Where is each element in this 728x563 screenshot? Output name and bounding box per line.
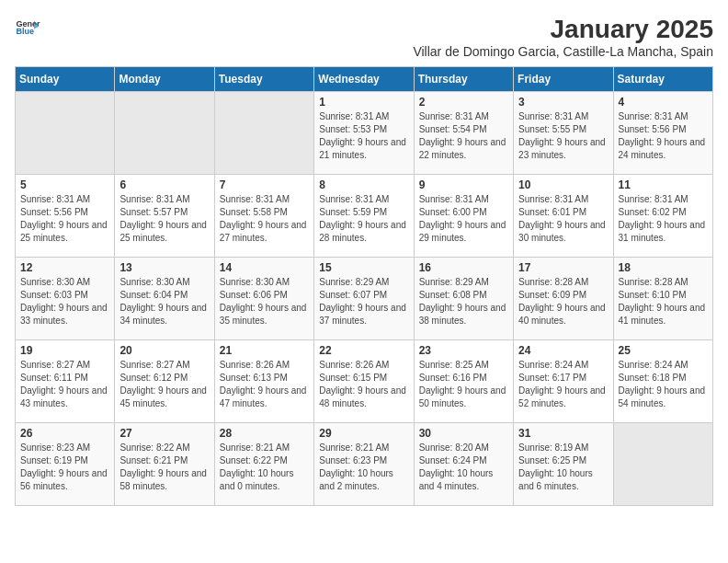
cell-info: Sunrise: 8:23 AMSunset: 6:19 PMDaylight:… xyxy=(20,442,109,493)
cell-info: Sunrise: 8:30 AMSunset: 6:03 PMDaylight:… xyxy=(20,276,109,327)
day-number: 8 xyxy=(319,178,408,191)
calendar-cell: 15Sunrise: 8:29 AMSunset: 6:07 PMDayligh… xyxy=(314,258,414,340)
title-block: January 2025 Villar de Domingo Garcia, C… xyxy=(413,15,713,59)
location-subtitle: Villar de Domingo Garcia, Castille-La Ma… xyxy=(413,44,713,59)
page-header: General Blue January 2025 Villar de Domi… xyxy=(15,15,713,59)
calendar-cell: 18Sunrise: 8:28 AMSunset: 6:10 PMDayligh… xyxy=(613,258,712,340)
cell-info: Sunrise: 8:25 AMSunset: 6:16 PMDaylight:… xyxy=(419,359,508,410)
calendar-cell: 11Sunrise: 8:31 AMSunset: 6:02 PMDayligh… xyxy=(613,175,712,258)
calendar-cell: 6Sunrise: 8:31 AMSunset: 5:57 PMDaylight… xyxy=(115,175,214,258)
day-number: 12 xyxy=(20,261,109,274)
calendar-cell: 26Sunrise: 8:23 AMSunset: 6:19 PMDayligh… xyxy=(16,423,115,506)
calendar-cell: 25Sunrise: 8:24 AMSunset: 6:18 PMDayligh… xyxy=(613,340,712,423)
weekday-header: Monday xyxy=(115,67,214,92)
cell-info: Sunrise: 8:31 AMSunset: 5:59 PMDaylight:… xyxy=(319,193,408,245)
day-number: 4 xyxy=(619,96,708,109)
calendar-cell: 10Sunrise: 8:31 AMSunset: 6:01 PMDayligh… xyxy=(514,175,613,258)
cell-info: Sunrise: 8:24 AMSunset: 6:18 PMDaylight:… xyxy=(619,359,708,410)
calendar-cell xyxy=(16,92,115,175)
calendar-cell xyxy=(115,92,214,175)
day-number: 1 xyxy=(319,96,408,109)
day-number: 9 xyxy=(419,178,508,191)
cell-info: Sunrise: 8:19 AMSunset: 6:25 PMDaylight:… xyxy=(518,442,608,493)
day-number: 5 xyxy=(20,178,109,191)
cell-info: Sunrise: 8:28 AMSunset: 6:09 PMDaylight:… xyxy=(518,276,608,327)
calendar-cell: 5Sunrise: 8:31 AMSunset: 5:56 PMDaylight… xyxy=(16,175,115,258)
calendar-table: SundayMondayTuesdayWednesdayThursdayFrid… xyxy=(15,66,713,506)
weekday-header: Saturday xyxy=(613,67,712,92)
day-number: 31 xyxy=(518,427,608,440)
calendar-cell xyxy=(214,92,313,175)
logo: General Blue xyxy=(15,15,40,40)
calendar-cell: 20Sunrise: 8:27 AMSunset: 6:12 PMDayligh… xyxy=(115,340,214,423)
day-number: 16 xyxy=(419,261,508,274)
day-number: 2 xyxy=(419,96,508,109)
cell-info: Sunrise: 8:27 AMSunset: 6:11 PMDaylight:… xyxy=(20,359,109,410)
cell-info: Sunrise: 8:30 AMSunset: 6:04 PMDaylight:… xyxy=(119,276,209,327)
cell-info: Sunrise: 8:29 AMSunset: 6:08 PMDaylight:… xyxy=(419,276,508,327)
calendar-week-row: 19Sunrise: 8:27 AMSunset: 6:11 PMDayligh… xyxy=(16,340,713,423)
day-number: 13 xyxy=(119,261,209,274)
day-number: 26 xyxy=(20,427,109,440)
day-number: 24 xyxy=(518,344,608,357)
calendar-cell: 17Sunrise: 8:28 AMSunset: 6:09 PMDayligh… xyxy=(514,258,613,340)
cell-info: Sunrise: 8:20 AMSunset: 6:24 PMDaylight:… xyxy=(419,442,508,493)
cell-info: Sunrise: 8:31 AMSunset: 6:00 PMDaylight:… xyxy=(419,193,508,245)
cell-info: Sunrise: 8:21 AMSunset: 6:23 PMDaylight:… xyxy=(319,442,408,493)
calendar-cell: 2Sunrise: 8:31 AMSunset: 5:54 PMDaylight… xyxy=(414,92,513,175)
calendar-cell: 23Sunrise: 8:25 AMSunset: 6:16 PMDayligh… xyxy=(414,340,513,423)
calendar-cell: 14Sunrise: 8:30 AMSunset: 6:06 PMDayligh… xyxy=(214,258,313,340)
calendar-cell: 8Sunrise: 8:31 AMSunset: 5:59 PMDaylight… xyxy=(314,175,414,258)
logo-icon: General Blue xyxy=(15,15,40,40)
calendar-cell: 16Sunrise: 8:29 AMSunset: 6:08 PMDayligh… xyxy=(414,258,513,340)
cell-info: Sunrise: 8:31 AMSunset: 5:53 PMDaylight:… xyxy=(319,110,408,162)
day-number: 18 xyxy=(619,261,708,274)
cell-info: Sunrise: 8:31 AMSunset: 6:01 PMDaylight:… xyxy=(518,193,608,245)
day-number: 23 xyxy=(419,344,508,357)
cell-info: Sunrise: 8:28 AMSunset: 6:10 PMDaylight:… xyxy=(619,276,708,327)
day-number: 14 xyxy=(220,261,309,274)
calendar-cell: 22Sunrise: 8:26 AMSunset: 6:15 PMDayligh… xyxy=(314,340,414,423)
calendar-week-row: 1Sunrise: 8:31 AMSunset: 5:53 PMDaylight… xyxy=(16,92,713,175)
calendar-cell: 13Sunrise: 8:30 AMSunset: 6:04 PMDayligh… xyxy=(115,258,214,340)
day-number: 25 xyxy=(619,344,708,357)
day-number: 29 xyxy=(319,427,408,440)
cell-info: Sunrise: 8:21 AMSunset: 6:22 PMDaylight:… xyxy=(220,442,309,493)
cell-info: Sunrise: 8:26 AMSunset: 6:13 PMDaylight:… xyxy=(220,359,309,410)
cell-info: Sunrise: 8:31 AMSunset: 5:56 PMDaylight:… xyxy=(619,110,708,162)
calendar-cell: 1Sunrise: 8:31 AMSunset: 5:53 PMDaylight… xyxy=(314,92,414,175)
weekday-header: Friday xyxy=(514,67,613,92)
day-number: 17 xyxy=(518,261,608,274)
calendar-week-row: 12Sunrise: 8:30 AMSunset: 6:03 PMDayligh… xyxy=(16,258,713,340)
calendar-cell: 9Sunrise: 8:31 AMSunset: 6:00 PMDaylight… xyxy=(414,175,513,258)
weekday-header: Thursday xyxy=(414,67,513,92)
month-title: January 2025 xyxy=(413,15,713,44)
cell-info: Sunrise: 8:26 AMSunset: 6:15 PMDaylight:… xyxy=(319,359,408,410)
calendar-cell: 4Sunrise: 8:31 AMSunset: 5:56 PMDaylight… xyxy=(613,92,712,175)
day-number: 27 xyxy=(119,427,209,440)
calendar-cell: 24Sunrise: 8:24 AMSunset: 6:17 PMDayligh… xyxy=(514,340,613,423)
day-number: 11 xyxy=(619,178,708,191)
cell-info: Sunrise: 8:24 AMSunset: 6:17 PMDaylight:… xyxy=(518,359,608,410)
cell-info: Sunrise: 8:31 AMSunset: 5:56 PMDaylight:… xyxy=(20,193,109,245)
cell-info: Sunrise: 8:29 AMSunset: 6:07 PMDaylight:… xyxy=(319,276,408,327)
cell-info: Sunrise: 8:27 AMSunset: 6:12 PMDaylight:… xyxy=(119,359,209,410)
day-number: 21 xyxy=(220,344,309,357)
weekday-header: Sunday xyxy=(16,67,115,92)
day-number: 10 xyxy=(518,178,608,191)
calendar-cell: 31Sunrise: 8:19 AMSunset: 6:25 PMDayligh… xyxy=(514,423,613,506)
calendar-cell: 29Sunrise: 8:21 AMSunset: 6:23 PMDayligh… xyxy=(314,423,414,506)
weekday-header-row: SundayMondayTuesdayWednesdayThursdayFrid… xyxy=(16,67,713,92)
calendar-cell: 12Sunrise: 8:30 AMSunset: 6:03 PMDayligh… xyxy=(16,258,115,340)
day-number: 30 xyxy=(419,427,508,440)
day-number: 3 xyxy=(518,96,608,109)
calendar-cell: 27Sunrise: 8:22 AMSunset: 6:21 PMDayligh… xyxy=(115,423,214,506)
calendar-cell xyxy=(613,423,712,506)
day-number: 22 xyxy=(319,344,408,357)
calendar-cell: 30Sunrise: 8:20 AMSunset: 6:24 PMDayligh… xyxy=(414,423,513,506)
cell-info: Sunrise: 8:31 AMSunset: 5:58 PMDaylight:… xyxy=(220,193,309,245)
cell-info: Sunrise: 8:30 AMSunset: 6:06 PMDaylight:… xyxy=(220,276,309,327)
calendar-cell: 21Sunrise: 8:26 AMSunset: 6:13 PMDayligh… xyxy=(214,340,313,423)
day-number: 6 xyxy=(119,178,209,191)
calendar-cell: 3Sunrise: 8:31 AMSunset: 5:55 PMDaylight… xyxy=(514,92,613,175)
